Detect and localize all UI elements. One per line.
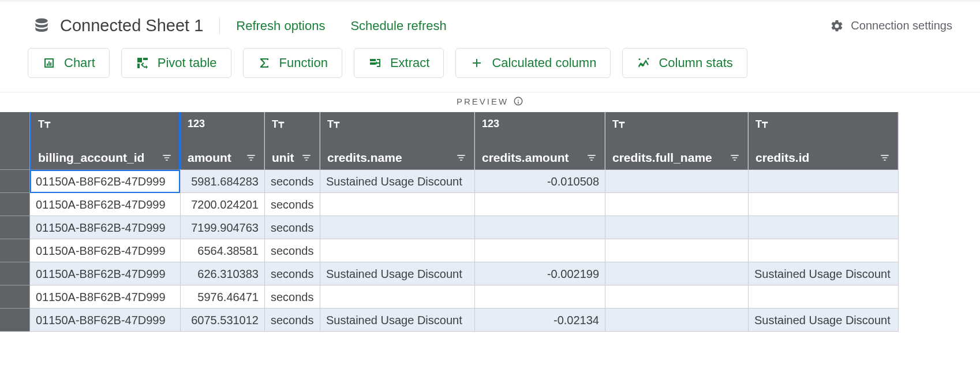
sheet-title: Connected Sheet 1: [60, 16, 203, 35]
chart-button[interactable]: Chart: [28, 48, 110, 78]
column-header[interactable]: 123credits.amount: [475, 112, 605, 170]
filter-icon[interactable]: [879, 152, 891, 164]
toolbar: Chart Pivot table Function Extract Calcu…: [0, 48, 980, 92]
table-cell[interactable]: -0.02134: [475, 309, 605, 332]
row-header[interactable]: [0, 170, 30, 193]
column-header[interactable]: Tᴛunit: [265, 112, 320, 170]
table-cell[interactable]: 5976.46471: [181, 285, 264, 309]
calculated-column-button[interactable]: Calculated column: [455, 48, 611, 78]
table-cell[interactable]: Sustained Usage Discount: [320, 309, 474, 332]
filter-icon[interactable]: [161, 152, 173, 164]
table-cell[interactable]: 6564.38581: [181, 239, 264, 262]
table-cell[interactable]: 01150A-B8F62B-47D999: [30, 309, 180, 332]
table-cell[interactable]: [475, 285, 605, 309]
table-cell[interactable]: Sustained Usage Discount: [749, 309, 898, 332]
connection-settings-button[interactable]: Connection settings: [830, 19, 952, 33]
table-cell[interactable]: [749, 170, 898, 193]
filter-icon[interactable]: [245, 152, 257, 164]
chart-icon: [42, 56, 56, 70]
table-cell[interactable]: [320, 239, 474, 262]
table-cell[interactable]: seconds: [265, 309, 320, 332]
column-name: credits.full_name: [612, 151, 712, 165]
table-cell[interactable]: 5981.684283: [181, 170, 264, 193]
row-header[interactable]: [0, 285, 30, 309]
table-cell[interactable]: [605, 216, 748, 239]
table-cell[interactable]: 01150A-B8F62B-47D999: [30, 285, 180, 309]
column-type-icon: Tᴛ: [612, 118, 740, 131]
table-cell[interactable]: Sustained Usage Discount: [320, 262, 474, 285]
table-cell[interactable]: seconds: [265, 193, 320, 216]
header-bar: Connected Sheet 1 Refresh options Schedu…: [0, 2, 980, 48]
table-cell[interactable]: seconds: [265, 262, 320, 285]
table-cell[interactable]: Sustained Usage Discount: [749, 262, 898, 285]
pivot-label: Pivot table: [158, 55, 217, 70]
row-header-column: [0, 112, 30, 332]
column-type-icon: Tᴛ: [272, 118, 312, 131]
column-header[interactable]: Tᴛcredits.full_name: [605, 112, 748, 170]
column-name: credits.amount: [482, 151, 569, 165]
table-cell[interactable]: [749, 193, 898, 216]
pivot-icon: [136, 56, 149, 70]
chart-label: Chart: [64, 55, 95, 70]
row-header[interactable]: [0, 262, 30, 285]
table-cell[interactable]: [605, 285, 748, 309]
row-header[interactable]: [0, 309, 30, 332]
table-cell[interactable]: Sustained Usage Discount: [320, 170, 474, 193]
table-cell[interactable]: [605, 262, 748, 285]
info-icon[interactable]: [513, 96, 523, 106]
title-divider: [219, 18, 220, 34]
table-cell[interactable]: 626.310383: [181, 262, 264, 285]
pivot-table-button[interactable]: Pivot table: [121, 48, 231, 78]
row-header[interactable]: [0, 239, 30, 262]
table-cell[interactable]: 01150A-B8F62B-47D999: [30, 262, 180, 285]
table-cell[interactable]: 01150A-B8F62B-47D999: [30, 170, 180, 193]
filter-icon[interactable]: [301, 152, 312, 164]
table-cell[interactable]: 6075.531012: [181, 309, 264, 332]
table-cell[interactable]: [320, 216, 474, 239]
table-cell[interactable]: [605, 239, 748, 262]
table-cell[interactable]: [749, 285, 898, 309]
table-cell[interactable]: [475, 216, 605, 239]
table-cell[interactable]: 7200.024201: [181, 193, 264, 216]
column-header[interactable]: 123amount: [181, 112, 264, 170]
table-cell[interactable]: [475, 239, 605, 262]
calc-column-label: Calculated column: [492, 55, 596, 70]
column-header[interactable]: Tᴛcredits.name: [320, 112, 474, 170]
table-cell[interactable]: seconds: [265, 239, 320, 262]
row-header[interactable]: [0, 216, 30, 239]
table-cell[interactable]: 01150A-B8F62B-47D999: [30, 193, 180, 216]
table-cell[interactable]: 7199.904763: [181, 216, 264, 239]
filter-icon[interactable]: [586, 152, 597, 164]
column-stats-button[interactable]: Column stats: [622, 48, 747, 78]
table-cell[interactable]: [749, 239, 898, 262]
table-cell[interactable]: [605, 193, 748, 216]
row-header[interactable]: [0, 193, 30, 216]
column-name: credits.id: [755, 151, 809, 165]
table-cell[interactable]: 01150A-B8F62B-47D999: [30, 239, 180, 262]
table-cell[interactable]: [320, 193, 474, 216]
schedule-refresh-link[interactable]: Schedule refresh: [350, 18, 446, 34]
table-cell[interactable]: [605, 170, 748, 193]
table-cell[interactable]: -0.010508: [475, 170, 605, 193]
table-cell[interactable]: seconds: [265, 216, 320, 239]
refresh-options-link[interactable]: Refresh options: [236, 18, 325, 34]
column-header[interactable]: Tᴛbilling_account_id: [30, 112, 180, 170]
corner-cell[interactable]: [0, 112, 30, 170]
table-cell[interactable]: seconds: [265, 285, 320, 309]
filter-icon[interactable]: [729, 152, 740, 164]
plus-icon: [470, 56, 484, 70]
table-cell[interactable]: [605, 309, 748, 332]
table-cell[interactable]: 01150A-B8F62B-47D999: [30, 216, 180, 239]
table-cell[interactable]: -0.002199: [475, 262, 605, 285]
table-cell[interactable]: [749, 216, 898, 239]
filter-icon[interactable]: [455, 152, 467, 164]
table-cell[interactable]: [475, 193, 605, 216]
column-name: credits.name: [327, 151, 402, 165]
data-grid: Tᴛbilling_account_id01150A-B8F62B-47D999…: [0, 112, 980, 332]
table-cell[interactable]: [320, 285, 474, 309]
table-cell[interactable]: seconds: [265, 170, 320, 193]
column-type-icon: Tᴛ: [327, 118, 467, 131]
extract-button[interactable]: Extract: [354, 48, 444, 78]
column-header[interactable]: Tᴛcredits.id: [749, 112, 898, 170]
function-button[interactable]: Function: [243, 48, 342, 78]
